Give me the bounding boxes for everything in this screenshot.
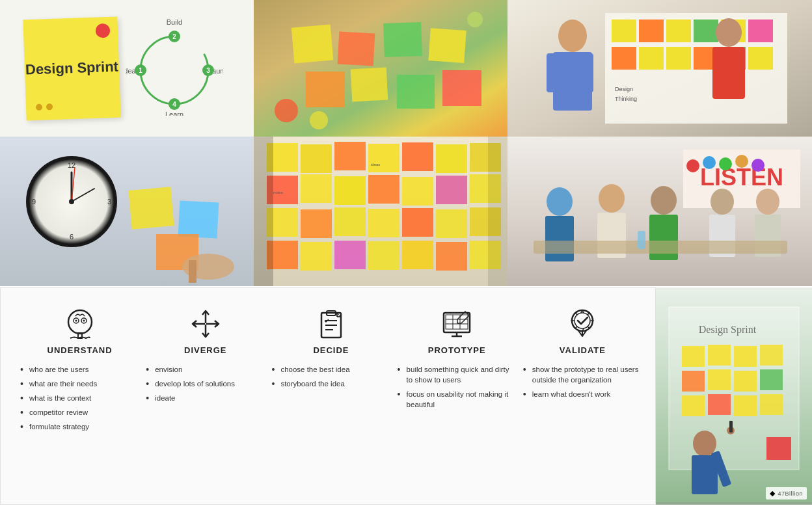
svg-rect-80 <box>301 209 332 238</box>
understand-item-2: what are their needs <box>20 379 139 389</box>
side-photo-svg: Design Sprint <box>656 287 812 502</box>
svg-point-121 <box>83 320 85 322</box>
stickies-photo: /* placeholder */ <box>254 137 508 286</box>
understand-item-1: who are the users <box>20 364 139 375</box>
svg-point-40 <box>558 20 587 52</box>
yellow-dots-decoration <box>35 103 52 111</box>
svg-rect-34 <box>639 47 664 70</box>
svg-rect-35 <box>666 47 691 70</box>
svg-rect-68 <box>368 144 399 172</box>
prototype-item-2: focus on usability not making it beautif… <box>398 389 517 410</box>
svg-rect-87 <box>301 242 332 271</box>
meeting-photo-cell: LISTEN <box>508 137 812 286</box>
svg-text:ideas: ideas <box>371 163 380 166</box>
svg-text:notes: notes <box>273 191 283 194</box>
svg-rect-66 <box>301 144 332 173</box>
svg-rect-76 <box>402 177 433 206</box>
svg-text:3: 3 <box>107 198 111 206</box>
stage-diverge-list: envision develop lots of solutions ideat… <box>146 364 265 407</box>
svg-rect-60 <box>178 200 219 238</box>
stage-decide-list: choose the best idea storyboard the idea <box>271 364 390 393</box>
whiteboard-photo-cell: Design Thinking <box>508 0 812 137</box>
svg-rect-16 <box>338 32 375 66</box>
svg-point-0 <box>141 36 208 104</box>
svg-rect-18 <box>428 28 466 63</box>
svg-rect-149 <box>734 346 757 367</box>
diverge-item-2: develop lots of solutions <box>146 379 265 389</box>
svg-rect-148 <box>708 345 731 366</box>
svg-rect-30 <box>666 20 691 42</box>
decide-item-2: storyboard the idea <box>271 379 390 389</box>
svg-rect-115 <box>534 241 787 254</box>
svg-rect-67 <box>334 142 366 170</box>
top-image-grid: Design Sprint Build Launch Learn Idea <box>0 0 812 286</box>
stage-decide: DECIDE choose the best idea storyboard t… <box>271 308 390 393</box>
svg-rect-42 <box>547 53 558 92</box>
svg-point-100 <box>686 159 699 172</box>
svg-rect-89 <box>368 241 399 270</box>
svg-rect-38 <box>748 20 773 42</box>
sticky-note: Design Sprint <box>23 16 120 120</box>
sticky-note-title: Design Sprint <box>25 58 118 78</box>
svg-rect-155 <box>682 395 705 416</box>
svg-point-103 <box>735 155 748 168</box>
svg-rect-90 <box>402 241 433 269</box>
svg-rect-157 <box>734 395 757 416</box>
crafts-photo-cell <box>254 0 508 137</box>
understand-item-4: competitor review <box>20 407 139 418</box>
svg-text:Build: Build <box>166 18 182 26</box>
page-container: Design Sprint Build Launch Learn Idea <box>0 0 812 505</box>
svg-text:Thinking: Thinking <box>615 96 637 102</box>
prototype-icon <box>440 308 473 340</box>
svg-rect-29 <box>639 20 664 42</box>
svg-rect-39 <box>748 47 773 70</box>
svg-point-160 <box>693 431 716 457</box>
svg-point-58 <box>69 199 74 204</box>
diverge-icon <box>189 308 222 340</box>
validate-item-2: learn what doesn't work <box>523 389 642 399</box>
svg-point-120 <box>75 320 77 322</box>
bottom-section: UNDERSTAND who are the users what are th… <box>0 287 812 505</box>
svg-rect-43 <box>580 53 593 92</box>
decide-icon <box>315 308 347 340</box>
svg-rect-91 <box>436 242 467 271</box>
svg-rect-20 <box>351 68 388 102</box>
svg-rect-135 <box>446 315 468 329</box>
svg-rect-17 <box>383 22 422 57</box>
validate-item-1: show the prototype to real users outside… <box>523 364 642 385</box>
understand-item-5: formulate strategy <box>20 421 139 432</box>
svg-rect-77 <box>436 176 467 204</box>
cycle-diagram: Build Launch Learn Idea 1 2 3 <box>126 12 230 126</box>
stage-prototype-list: build something quick and dirty to show … <box>398 364 517 414</box>
info-panel: UNDERSTAND who are the users what are th… <box>0 287 656 505</box>
svg-rect-82 <box>368 209 399 237</box>
svg-rect-153 <box>734 371 757 392</box>
svg-rect-95 <box>254 137 273 286</box>
svg-point-113 <box>756 189 779 215</box>
decide-item-1: choose the best idea <box>271 364 390 375</box>
footer-brand: ◆ 47Billion <box>766 487 807 499</box>
svg-rect-59 <box>129 187 174 229</box>
svg-text:1: 1 <box>139 67 142 74</box>
svg-rect-74 <box>334 176 366 205</box>
svg-rect-81 <box>334 207 366 236</box>
clock-writing-photo-cell: 12 3 6 9 <box>0 137 254 286</box>
stage-diverge: DIVERGE envision develop lots of solutio… <box>146 308 265 407</box>
svg-rect-164 <box>729 421 733 432</box>
svg-point-24 <box>310 111 328 129</box>
prototype-item-1: build something quick and dirty to show … <box>398 364 517 385</box>
svg-rect-73 <box>301 174 332 203</box>
svg-rect-152 <box>708 369 731 390</box>
svg-rect-33 <box>612 47 636 70</box>
cycle-svg: Build Launch Learn Idea 1 2 3 <box>126 12 223 116</box>
svg-rect-84 <box>436 209 467 238</box>
svg-rect-158 <box>760 394 783 415</box>
validate-icon <box>566 308 599 340</box>
svg-text:Design Sprint: Design Sprint <box>699 324 757 336</box>
svg-rect-22 <box>442 70 481 106</box>
svg-point-109 <box>651 186 677 215</box>
svg-rect-31 <box>694 20 718 42</box>
svg-text:3: 3 <box>206 67 210 74</box>
svg-rect-63 <box>189 260 196 283</box>
stage-understand: UNDERSTAND who are the users what are th… <box>20 308 139 436</box>
